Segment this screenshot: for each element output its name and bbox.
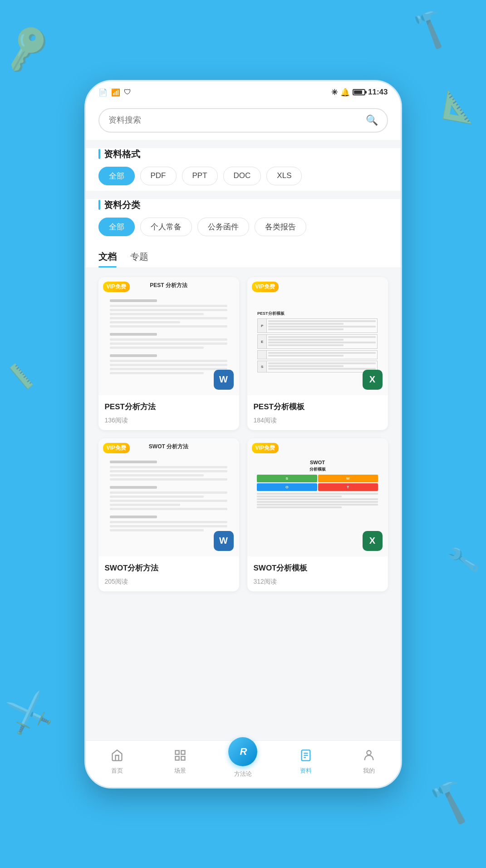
search-section: 🔍 (86, 101, 401, 140)
phone-frame: 📄 📶 🛡 ✳ 🔔 11:43 🔍 (84, 80, 402, 789)
search-icon[interactable]: 🔍 (366, 114, 378, 126)
doc-text-content-1 (105, 286, 232, 386)
resources-icon (299, 749, 312, 765)
category-filter-section: 资料分类 全部 个人常备 公务函件 各类报告 (86, 199, 401, 242)
category-filter-title: 资料分类 (98, 199, 388, 211)
doc-reads-4: 312阅读 (254, 578, 382, 586)
vip-badge-1: VIP免费 (103, 282, 130, 292)
format-tag-ppt[interactable]: PPT (182, 167, 218, 185)
scrollable-content: 资料格式 全部 PDF PPT DOC XLS 资料分类 全部 个人常备 (86, 140, 401, 740)
grid-icon (174, 749, 187, 765)
word-icon-1: W (214, 370, 234, 390)
vip-badge-4: VIP免费 (252, 443, 279, 453)
doc-info-2: PEST分析模板 184阅读 (247, 395, 388, 430)
tab-topics[interactable]: 专题 (130, 251, 148, 268)
doc-preview-1: VIP免费 PEST 分析方法 (98, 277, 239, 395)
format-filter-section: 资料格式 全部 PDF PPT DOC XLS (86, 148, 401, 191)
bottom-nav: 首页 场景 R 方法论 (86, 740, 401, 787)
nav-item-scenes[interactable]: 场景 (162, 749, 198, 775)
nav-item-home[interactable]: 首页 (99, 749, 135, 775)
search-input[interactable] (108, 115, 361, 125)
nav-label-profile: 我的 (363, 767, 375, 775)
nav-label-methodology: 方法论 (234, 770, 252, 778)
doc-info-4: SWOT分析模板 312阅读 (247, 556, 388, 591)
file-icon: 📄 (98, 88, 108, 97)
format-filter-tags: 全部 PDF PPT DOC XLS (98, 167, 388, 185)
home-icon (111, 749, 123, 765)
doc-name-4: SWOT分析模板 (254, 563, 382, 573)
doc-preview-4: VIP免费 SWOT 分析模板 S W O T (247, 438, 388, 556)
shield-icon: 🛡 (124, 88, 131, 96)
methodology-center-button[interactable]: R (228, 737, 257, 766)
search-bar[interactable]: 🔍 (98, 108, 388, 133)
nav-item-methodology[interactable]: R 方法论 (225, 746, 261, 778)
doc-reads-3: 205阅读 (105, 578, 233, 586)
word-icon-3: W (214, 531, 234, 551)
format-filter-title: 资料格式 (98, 148, 388, 160)
tab-documents[interactable]: 文档 (98, 251, 117, 268)
doc-card-pest-method[interactable]: VIP免费 PEST 分析方法 (98, 277, 239, 430)
documents-grid: VIP免费 PEST 分析方法 (86, 268, 401, 600)
status-bar: 📄 📶 🛡 ✳ 🔔 11:43 (86, 81, 401, 101)
doc-card-pest-template[interactable]: VIP免费 PEST分析模板 P (247, 277, 388, 430)
doc-info-1: PEST分析方法 136阅读 (98, 395, 239, 430)
doc-name-3: SWOT分析方法 (105, 563, 233, 573)
nav-item-resources[interactable]: 资料 (288, 749, 324, 775)
svg-rect-3 (181, 756, 185, 760)
svg-point-8 (367, 751, 371, 755)
bell-icon: 🔔 (340, 88, 350, 97)
person-icon (363, 749, 375, 765)
swot-template-preview: SWOT 分析模板 S W O T (254, 447, 381, 547)
category-filter-tags: 全部 个人常备 公务函件 各类报告 (98, 218, 388, 236)
battery-icon (353, 89, 365, 95)
excel-icon-2: X (363, 370, 383, 390)
doc-reads-2: 184阅读 (254, 417, 382, 425)
doc-text-content-3 (105, 447, 232, 547)
category-tag-reports[interactable]: 各类报告 (255, 218, 306, 236)
bluetooth-icon: ✳ (331, 88, 338, 97)
doc-name-2: PEST分析模板 (254, 402, 382, 412)
svg-rect-0 (175, 751, 179, 754)
doc-preview-2: VIP免费 PEST分析模板 P (247, 277, 388, 395)
doc-info-3: SWOT分析方法 205阅读 (98, 556, 239, 591)
svg-rect-2 (175, 756, 179, 760)
doc-card-swot-template[interactable]: VIP免费 SWOT 分析模板 S W O T (247, 438, 388, 591)
nav-label-home: 首页 (111, 767, 123, 775)
svg-rect-1 (181, 751, 185, 754)
format-tag-pdf[interactable]: PDF (140, 167, 177, 185)
status-icons-right: ✳ 🔔 11:43 (331, 88, 388, 97)
format-tag-doc[interactable]: DOC (223, 167, 261, 185)
excel-icon-4: X (363, 531, 383, 551)
clock: 11:43 (368, 88, 388, 97)
category-tag-all[interactable]: 全部 (98, 218, 135, 236)
doc-card-swot-method[interactable]: VIP免费 SWOT 分析方法 (98, 438, 239, 591)
nav-item-profile[interactable]: 我的 (351, 749, 387, 775)
nav-label-resources: 资料 (300, 767, 312, 775)
format-tag-xls[interactable]: XLS (266, 167, 302, 185)
doc-name-1: PEST分析方法 (105, 402, 233, 412)
pest-table-preview: PEST分析模板 P E (255, 298, 379, 374)
doc-preview-3: VIP免费 SWOT 分析方法 (98, 438, 239, 556)
category-tag-official[interactable]: 公务函件 (197, 218, 249, 236)
tabs-section: 文档 专题 (86, 242, 401, 268)
nav-label-scenes: 场景 (174, 767, 186, 775)
wifi-icon: 📶 (111, 88, 120, 97)
vip-badge-3: VIP免费 (103, 443, 130, 453)
category-tag-personal[interactable]: 个人常备 (140, 218, 192, 236)
status-icons-left: 📄 📶 🛡 (98, 88, 131, 97)
vip-badge-2: VIP免费 (252, 282, 279, 292)
format-tag-all[interactable]: 全部 (98, 167, 135, 185)
doc-reads-1: 136阅读 (105, 417, 233, 425)
